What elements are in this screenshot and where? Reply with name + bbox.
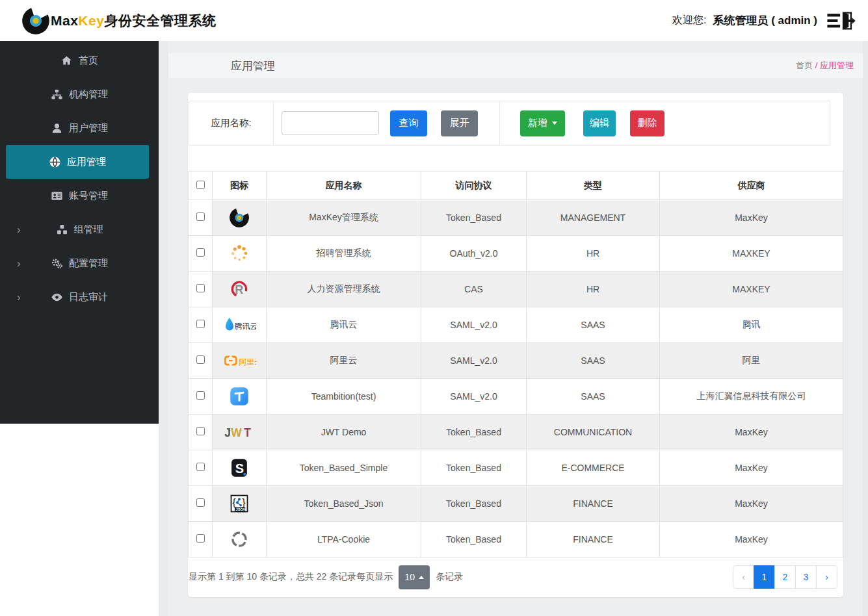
row-select-cell [189, 522, 213, 558]
svg-text:R: R [235, 283, 243, 296]
brand: MaxKey身份安全管理系统 [22, 0, 216, 41]
sidebar-item-label: 用户管理 [69, 122, 108, 135]
row-checkbox[interactable] [196, 248, 205, 257]
sidebar-item-config[interactable]: ›配置管理 [0, 246, 159, 280]
sidebar-item-group[interactable]: ›组管理 [0, 212, 159, 246]
table-row[interactable]: 阿里云阿里云SAML_v2.0SAAS阿里 [189, 343, 843, 379]
row-checkbox[interactable] [196, 427, 205, 435]
svg-text:阿里云: 阿里云 [239, 357, 257, 366]
page-title: 应用管理 [231, 58, 275, 73]
edit-button[interactable]: 编辑 [583, 110, 616, 136]
svg-text:J: J [225, 426, 231, 439]
app-vendor-cell: MaxKey [660, 200, 843, 236]
page-scrollbar[interactable] [863, 41, 868, 616]
table-row[interactable]: 腾讯云腾讯云SAML_v2.0SAAS腾讯 [189, 307, 843, 343]
app-name-input[interactable] [282, 111, 379, 135]
table-row[interactable]: MaxKey管理系统Token_BasedMANAGEMENTMaxKey [189, 200, 843, 236]
target-circle-icon [230, 528, 249, 550]
home-icon [60, 55, 73, 67]
delete-button[interactable]: 删除 [630, 110, 664, 136]
table-row[interactable]: {}JSONToken_Based_JsonToken_BasedFINANCE… [189, 486, 843, 522]
next-page-button[interactable]: › [816, 565, 837, 589]
row-checkbox[interactable] [196, 212, 205, 221]
sidebar-item-audit[interactable]: ›日志审计 [0, 280, 159, 314]
per-page-dropdown[interactable]: 10 [399, 565, 430, 589]
row-checkbox[interactable] [196, 534, 205, 543]
row-checkbox[interactable] [196, 284, 205, 292]
sidebar-item-org[interactable]: 机构管理 [0, 77, 159, 111]
app-icon-cell [213, 379, 267, 415]
sidebar-item-label: 机构管理 [69, 88, 108, 101]
app-icon-cell [213, 236, 267, 272]
add-button-label: 新增 [528, 117, 547, 129]
row-select-cell [189, 307, 213, 343]
json-logo: {}JSON [230, 493, 249, 515]
app-vendor-cell: 上海汇翼信息科技有限公司 [660, 379, 843, 415]
app-protocol-cell: SAML_v2.0 [421, 379, 527, 415]
prev-page-button[interactable]: ‹ [733, 565, 754, 589]
sidebar-item-home[interactable]: 首页 [0, 44, 159, 77]
add-button[interactable]: 新增 [520, 110, 565, 136]
main-content: 应用管理 首页 / 应用管理 应用名称: 查询 展开 新增 编辑 删除 [168, 41, 863, 616]
sidebar-item-user[interactable]: 用户管理 [0, 111, 159, 145]
app-name-cell: 招聘管理系统 [267, 236, 421, 272]
sidebar-item-label: 账号管理 [69, 190, 108, 202]
row-checkbox[interactable] [196, 463, 205, 471]
id-card-icon [51, 190, 63, 202]
row-checkbox[interactable] [196, 355, 205, 364]
per-page-value: 10 [404, 572, 415, 582]
tencent-cloud-logo: 腾讯云 [222, 314, 257, 336]
row-checkbox[interactable] [196, 498, 205, 507]
content-card: 应用名称: 查询 展开 新增 编辑 删除 [188, 93, 843, 597]
top-header: MaxKey身份安全管理系统 欢迎您: 系统管理员 ( admin ) [0, 0, 868, 41]
welcome-label: 欢迎您: [672, 14, 706, 27]
query-button[interactable]: 查询 [390, 110, 427, 136]
table-row[interactable]: JWTJWT DemoToken_BasedCOMMUNICATIONMaxKe… [189, 415, 843, 450]
app-vendor-cell: 阿里 [660, 343, 843, 379]
page-button-1[interactable]: 1 [754, 565, 775, 589]
table-row[interactable]: Teambition(test)SAML_v2.0SAAS上海汇翼信息科技有限公… [189, 379, 843, 415]
app-name-cell: LTPA-Cookie [267, 522, 421, 558]
pagination-bar: 显示第 1 到第 10 条记录，总共 22 条记录 每页显示 10 条记录 ‹1… [189, 564, 843, 590]
letter-s-logo: S [230, 457, 249, 479]
caret-up-icon [419, 576, 424, 579]
app-protocol-cell: Token_Based [421, 415, 527, 450]
app-protocol-cell: CAS [421, 272, 527, 307]
applications-table: 图标 应用名称 访问协议 类型 供应商 MaxKey管理系统Token_Base… [188, 171, 843, 558]
logout-door-icon[interactable] [826, 11, 856, 31]
app-vendor-cell: MaxKey [660, 450, 843, 486]
app-protocol-cell: Token_Based [421, 200, 527, 236]
sidebar-gutter [159, 41, 168, 616]
page-button-2[interactable]: 2 [774, 565, 796, 589]
sidebar-item-app[interactable]: 应用管理 [6, 145, 149, 179]
breadcrumb-home-link[interactable]: 首页 [796, 60, 813, 70]
sidebar-item-account[interactable]: 账号管理 [0, 179, 159, 212]
app-icon-cell: JWT [213, 415, 267, 450]
row-select-cell [189, 200, 213, 236]
row-checkbox[interactable] [196, 320, 205, 328]
svg-text:JSON: JSON [236, 507, 246, 511]
app-icon-cell: 阿里云 [213, 343, 267, 379]
current-user: 系统管理员 ( admin ) [713, 13, 817, 28]
table-row[interactable]: LTPA-CookieToken_BasedFINANCEMaxKey [189, 522, 843, 558]
row-checkbox[interactable] [196, 391, 205, 400]
chevron-right-icon: › [17, 224, 21, 235]
column-header-protocol: 访问协议 [421, 172, 527, 200]
globe-icon [49, 156, 61, 168]
app-protocol-cell: SAML_v2.0 [421, 307, 527, 343]
page-button-3[interactable]: 3 [795, 565, 817, 589]
table-row[interactable]: 招聘管理系统OAuth_v2.0HRMAXKEY [189, 236, 843, 272]
app-name-cell: MaxKey管理系统 [267, 200, 421, 236]
expand-button[interactable]: 展开 [441, 110, 478, 136]
select-all-checkbox[interactable] [196, 181, 205, 189]
table-row[interactable]: R人力资源管理系统CASHRMAXKEY [189, 272, 843, 307]
table-row[interactable]: SToken_Based_SimpleToken_BasedE-COMMERCE… [189, 450, 843, 486]
row-select-cell [189, 415, 213, 450]
row-select-cell [189, 272, 213, 307]
user-icon [51, 122, 63, 135]
sidebar-item-label: 组管理 [74, 224, 103, 236]
brand-max: Max [51, 13, 78, 28]
row-select-cell [189, 236, 213, 272]
per-page-label: 每页显示 [356, 571, 393, 583]
app-protocol-cell: Token_Based [421, 522, 527, 558]
